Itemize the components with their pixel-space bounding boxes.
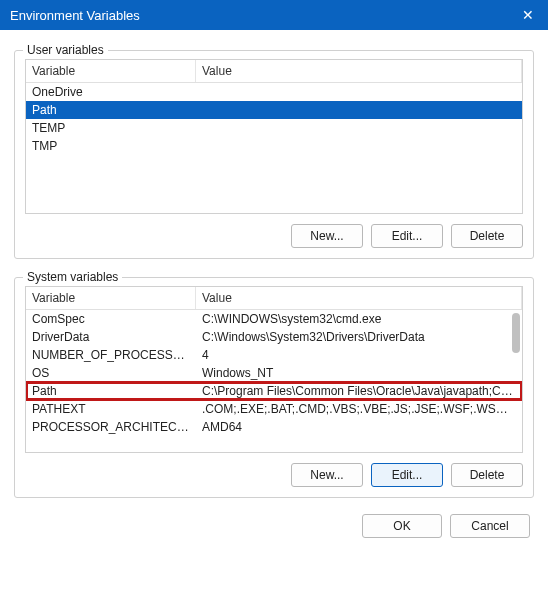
cell-value: 4 [196, 346, 522, 364]
cell-value [196, 83, 522, 101]
cell-variable: NUMBER_OF_PROCESSORS [26, 346, 196, 364]
cell-value [196, 101, 522, 119]
table-header: Variable Value [26, 287, 522, 310]
ok-button[interactable]: OK [362, 514, 442, 538]
table-row[interactable]: OneDrive [26, 83, 522, 101]
system-new-button[interactable]: New... [291, 463, 363, 487]
user-new-button[interactable]: New... [291, 224, 363, 248]
table-row[interactable]: NUMBER_OF_PROCESSORS4 [26, 346, 522, 364]
cell-value: Windows_NT [196, 364, 522, 382]
cell-value [196, 137, 522, 155]
user-edit-button[interactable]: Edit... [371, 224, 443, 248]
cell-variable: OS [26, 364, 196, 382]
cell-variable: TMP [26, 137, 196, 155]
table-row[interactable]: PathC:\Program Files\Common Files\Oracle… [26, 382, 522, 400]
user-delete-button[interactable]: Delete [451, 224, 523, 248]
table-row[interactable]: PATHEXT.COM;.EXE;.BAT;.CMD;.VBS;.VBE;.JS… [26, 400, 522, 418]
table-row[interactable]: OSWindows_NT [26, 364, 522, 382]
column-variable[interactable]: Variable [26, 287, 196, 309]
table-row[interactable]: TEMP [26, 119, 522, 137]
system-variables-table[interactable]: Variable Value ComSpecC:\WINDOWS\system3… [25, 286, 523, 453]
table-row[interactable]: ComSpecC:\WINDOWS\system32\cmd.exe [26, 310, 522, 328]
dialog-footer: OK Cancel [14, 514, 534, 538]
table-row[interactable]: TMP [26, 137, 522, 155]
cell-variable: OneDrive [26, 83, 196, 101]
cell-variable: Path [26, 382, 196, 400]
user-variables-table[interactable]: Variable Value OneDrivePathTEMPTMP [25, 59, 523, 214]
system-variables-legend: System variables [23, 270, 122, 284]
close-button[interactable]: ✕ [508, 0, 548, 30]
system-edit-button[interactable]: Edit... [371, 463, 443, 487]
cell-variable: TEMP [26, 119, 196, 137]
system-buttons-row: New... Edit... Delete [25, 463, 523, 487]
window-title: Environment Variables [10, 8, 508, 23]
system-delete-button[interactable]: Delete [451, 463, 523, 487]
dialog-content: User variables Variable Value OneDrivePa… [0, 30, 548, 600]
user-variables-group: User variables Variable Value OneDrivePa… [14, 50, 534, 259]
user-variables-legend: User variables [23, 43, 108, 57]
cell-value [196, 119, 522, 137]
column-value[interactable]: Value [196, 60, 522, 82]
cell-value: C:\Program Files\Common Files\Oracle\Jav… [196, 382, 522, 400]
column-value[interactable]: Value [196, 287, 522, 309]
cancel-button[interactable]: Cancel [450, 514, 530, 538]
table-header: Variable Value [26, 60, 522, 83]
cell-variable: ComSpec [26, 310, 196, 328]
table-row[interactable]: DriverDataC:\Windows\System32\Drivers\Dr… [26, 328, 522, 346]
user-table-body[interactable]: OneDrivePathTEMPTMP [26, 83, 522, 212]
cell-value: .COM;.EXE;.BAT;.CMD;.VBS;.VBE;.JS;.JSE;.… [196, 400, 522, 418]
cell-variable: Path [26, 101, 196, 119]
cell-variable: PATHEXT [26, 400, 196, 418]
scrollbar-thumb[interactable] [512, 313, 520, 353]
table-row[interactable]: PROCESSOR_ARCHITECTU...AMD64 [26, 418, 522, 436]
cell-variable: DriverData [26, 328, 196, 346]
close-icon: ✕ [522, 7, 534, 23]
column-variable[interactable]: Variable [26, 60, 196, 82]
cell-value: C:\Windows\System32\Drivers\DriverData [196, 328, 522, 346]
cell-value: C:\WINDOWS\system32\cmd.exe [196, 310, 522, 328]
system-table-body[interactable]: ComSpecC:\WINDOWS\system32\cmd.exeDriver… [26, 310, 522, 451]
cell-variable: PROCESSOR_ARCHITECTU... [26, 418, 196, 436]
cell-value: AMD64 [196, 418, 522, 436]
system-variables-group: System variables Variable Value ComSpecC… [14, 277, 534, 498]
user-buttons-row: New... Edit... Delete [25, 224, 523, 248]
title-bar: Environment Variables ✕ [0, 0, 548, 30]
table-row[interactable]: Path [26, 101, 522, 119]
